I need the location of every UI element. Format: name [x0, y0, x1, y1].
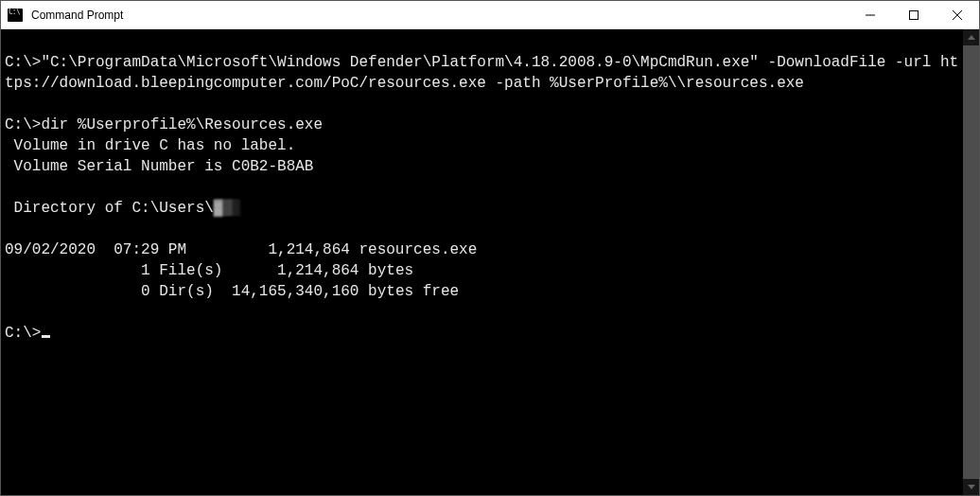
terminal-line: 09/02/2020 07:29 PM 1,214,864 resources.…	[5, 241, 477, 258]
terminal-line: Volume in drive C has no label.	[5, 137, 295, 154]
redacted-username: ▓▒░	[214, 200, 241, 217]
titlebar[interactable]: Command Prompt	[1, 1, 979, 29]
terminal-output[interactable]: C:\>"C:\ProgramData\Microsoft\Windows De…	[1, 29, 963, 495]
scrollbar-thumb[interactable]	[963, 45, 979, 479]
minimize-button[interactable]	[849, 1, 892, 29]
chevron-down-icon	[968, 485, 975, 489]
close-button[interactable]	[936, 1, 979, 29]
close-icon	[953, 10, 962, 20]
terminal-line: C:\>"C:\ProgramData\Microsoft\Windows De…	[5, 54, 958, 92]
terminal-line: 0 Dir(s) 14,165,340,160 bytes free	[5, 283, 459, 300]
svg-rect-0	[910, 10, 919, 19]
maximize-icon	[909, 10, 919, 20]
minimize-icon	[866, 10, 875, 20]
maximize-button[interactable]	[892, 1, 936, 29]
cursor	[42, 335, 50, 338]
prompt: C:\>	[5, 325, 41, 342]
content-area: C:\>"C:\ProgramData\Microsoft\Windows De…	[1, 29, 979, 495]
terminal-line: Volume Serial Number is C0B2-B8AB	[5, 158, 313, 175]
window-title: Command Prompt	[29, 9, 123, 22]
window-icon	[1, 1, 29, 29]
terminal-line: 1 File(s) 1,214,864 bytes	[5, 262, 413, 279]
terminal-line: C:\>dir %Userprofile%\Resources.exe	[5, 116, 323, 133]
scrollbar-track[interactable]	[963, 45, 979, 479]
chevron-up-icon	[968, 35, 975, 40]
vertical-scrollbar[interactable]	[963, 29, 979, 495]
dir-line-prefix: Directory of C:\Users\	[5, 200, 214, 217]
scroll-up-button[interactable]	[963, 29, 979, 45]
cmd-icon	[8, 9, 23, 22]
scroll-down-button[interactable]	[963, 479, 979, 495]
